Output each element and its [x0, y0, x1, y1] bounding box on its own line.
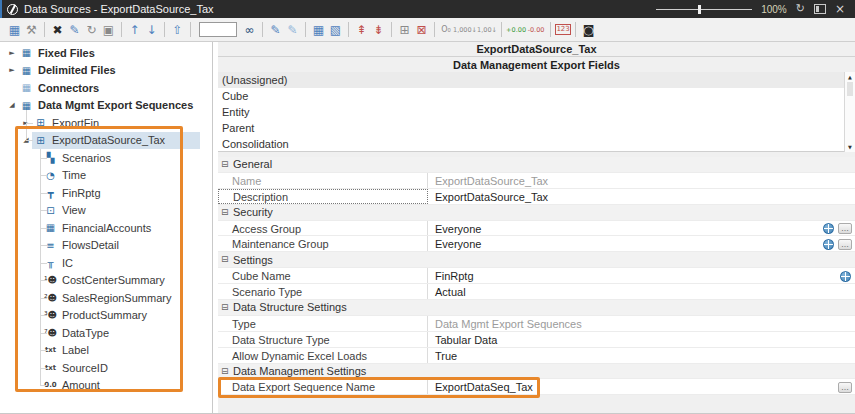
edit-transform-icon[interactable]: ✎ — [267, 19, 284, 41]
property-value[interactable]: True — [428, 348, 855, 363]
tree-item-salesregionsummary[interactable]: ²☻SalesRegionSummary — [0, 289, 212, 307]
property-value[interactable]: ExportDataSource_Tax — [428, 189, 855, 204]
ellipsis-button[interactable]: … — [838, 223, 852, 234]
refresh-window-icon[interactable]: ↻ — [796, 0, 805, 18]
property-row-allow-dynamic-excel-loads[interactable]: Allow Dynamic Excel Loads True — [218, 348, 855, 364]
scroll-up-icon[interactable]: ▲ — [845, 73, 855, 81]
number-grid-clear-icon[interactable]: ⊠ — [413, 19, 430, 41]
property-section-settings[interactable]: ⊟ Settings — [218, 252, 855, 268]
property-value[interactable]: Tabular Data — [428, 332, 855, 347]
scrollbar-thumb[interactable] — [847, 82, 853, 96]
grid-transform-icon[interactable]: ▧ — [327, 19, 344, 41]
tree-item-data-mgmt-export-sequences[interactable]: ◢ ▦Data Mgmt Export Sequences — [0, 97, 212, 115]
property-value[interactable]: FinRptg — [428, 268, 855, 283]
globe-icon[interactable] — [823, 223, 834, 234]
property-section-data-structure-settings[interactable]: ⊟ Data Structure Settings — [218, 300, 855, 316]
tree-item-amount[interactable]: 0.0Amount — [0, 377, 212, 395]
zoom-slider-handle[interactable] — [698, 5, 701, 14]
grid-view-icon[interactable]: ▦ — [310, 19, 327, 41]
connection-tools-icon[interactable]: ⚒ — [23, 19, 40, 41]
tree-item-exportdatasource-tax[interactable]: ◢ ⊞ExportDataSource_Tax — [0, 132, 212, 150]
tree-item-ic[interactable]: ╥IC — [0, 254, 212, 272]
new-datasource-icon[interactable]: ▦ — [6, 19, 23, 41]
tree-item-time[interactable]: ◔Time — [0, 167, 212, 185]
field-row-unassigned[interactable]: (Unassigned) — [218, 72, 855, 88]
zoom-slider[interactable] — [656, 4, 752, 14]
save-icon[interactable]: ▣ — [100, 19, 117, 41]
tree-item-productsummary[interactable]: ³☻ProductSummary — [0, 307, 212, 325]
globe-icon[interactable] — [840, 271, 851, 282]
edit-icon[interactable]: ✎ — [66, 19, 83, 41]
toggle-panel-icon[interactable] — [814, 4, 826, 14]
expander-icon[interactable]: ◢ — [20, 136, 32, 144]
property-value[interactable]: ExportDataSeq_Tax — [428, 379, 855, 394]
toolbar-search-input[interactable] — [199, 22, 237, 37]
property-section-general[interactable]: ⊟ General — [218, 157, 855, 173]
expander-icon[interactable]: ◢ — [6, 101, 18, 109]
load-file-icon[interactable]: ⇧ — [169, 19, 186, 41]
tree-item-financialaccounts[interactable]: ▦FinancialAccounts — [0, 219, 212, 237]
field-row-parent[interactable]: Parent — [218, 120, 855, 136]
property-row-data-structure-type[interactable]: Data Structure Type Tabular Data — [218, 332, 855, 348]
collapse-icon[interactable]: ⊟ — [221, 157, 231, 172]
add-decimal-icon[interactable]: +0.00 — [506, 19, 526, 41]
number-format-icon[interactable]: 123 — [555, 24, 571, 35]
property-row-description[interactable]: Description ExportDataSource_Tax — [218, 189, 855, 205]
property-section-data-management-settings[interactable]: ⊟ Data Management Settings — [218, 364, 855, 380]
tree-item-datatype[interactable]: ⁷☻DataType — [0, 324, 212, 342]
move-up-icon[interactable]: ↑ — [126, 19, 143, 41]
collapse-icon[interactable]: ⊟ — [221, 364, 231, 379]
property-section-security[interactable]: ⊟ Security — [218, 205, 855, 221]
tree-item-costcentersummary[interactable]: ¹☻CostCenterSummary — [0, 272, 212, 290]
property-row-access-group[interactable]: Access Group Everyone … — [218, 221, 855, 237]
tree-item-finrptg[interactable]: ┳FinRptg — [0, 184, 212, 202]
property-row-cube-name[interactable]: Cube Name FinRptg — [218, 268, 855, 284]
scroll-down-icon[interactable]: ▼ — [845, 143, 855, 151]
find-icon[interactable]: ∞ — [241, 19, 258, 41]
tree-item-exportfin[interactable]: ► ⊞ExportFin — [0, 114, 212, 132]
field-row-cube[interactable]: Cube — [218, 88, 855, 104]
collapse-icon[interactable]: ⊟ — [221, 300, 231, 315]
ellipsis-button[interactable]: … — [838, 382, 852, 393]
tree-item-label-field[interactable]: txtLabel — [0, 342, 212, 360]
property-row-maintenance-group[interactable]: Maintenance Group Everyone … — [218, 236, 855, 252]
tree-item-sourceid[interactable]: txtSourceID — [0, 359, 212, 377]
property-value[interactable]: Everyone — [428, 236, 855, 251]
tree-item-scenarios[interactable]: ▚Scenarios — [0, 149, 212, 167]
property-row-scenario-type[interactable]: Scenario Type Actual — [218, 284, 855, 300]
refresh-icon[interactable]: ↻ — [83, 19, 100, 41]
text-field-icon: txt — [43, 346, 58, 354]
tree-item-view[interactable]: ⊡View — [0, 202, 212, 220]
delete-icon[interactable]: ✖ — [49, 19, 66, 41]
expander-icon[interactable]: ► — [20, 119, 32, 127]
edit-parse-icon[interactable]: ✎ — [284, 19, 301, 41]
export-data-icon[interactable]: ◙ — [580, 19, 597, 41]
hundreds-separator-icon[interactable]: 1,00↓ — [477, 19, 497, 41]
close-icon[interactable]: × — [835, 0, 845, 18]
collapse-icon[interactable]: ⊟ — [221, 205, 231, 220]
expander-icon[interactable]: ► — [6, 66, 18, 74]
thousands-separator-icon[interactable]: 1,000↓ — [453, 19, 477, 41]
property-value[interactable]: Everyone — [428, 221, 855, 236]
fields-scrollbar[interactable]: ▲ ▼ — [844, 72, 855, 152]
suppress-zeros-icon[interactable]: O₀ — [439, 19, 453, 41]
tree-item-fixed-files[interactable]: ► ▦Fixed Files — [0, 44, 212, 62]
field-row-entity[interactable]: Entity — [218, 104, 855, 120]
property-row-name[interactable]: Name ExportDataSource_Tax — [218, 173, 855, 189]
tree-item-flowsdetail[interactable]: ≡FlowsDetail — [0, 237, 212, 255]
field-down-icon[interactable]: ⇟ — [370, 19, 387, 41]
property-row-data-export-sequence-name[interactable]: Data Export Sequence Name ExportDataSeq_… — [218, 379, 855, 395]
property-row-type[interactable]: Type Data Mgmt Export Sequences — [218, 316, 855, 332]
globe-icon[interactable] — [823, 239, 834, 250]
ellipsis-button[interactable]: … — [838, 239, 852, 250]
property-value[interactable]: Actual — [428, 284, 855, 299]
remove-decimal-icon[interactable]: -0.00 — [526, 19, 546, 41]
field-up-icon[interactable]: ⇞ — [353, 19, 370, 41]
tree-item-delimited-files[interactable]: ► ▦Delimited Files — [0, 62, 212, 80]
field-row-consolidation[interactable]: Consolidation — [218, 136, 855, 152]
move-down-icon[interactable]: ↓ — [143, 19, 160, 41]
tree-item-connectors[interactable]: ▦Connectors — [0, 79, 212, 97]
number-grid-icon[interactable]: ⊞ — [396, 19, 413, 41]
expander-icon[interactable]: ► — [6, 49, 18, 57]
collapse-icon[interactable]: ⊟ — [221, 252, 231, 267]
